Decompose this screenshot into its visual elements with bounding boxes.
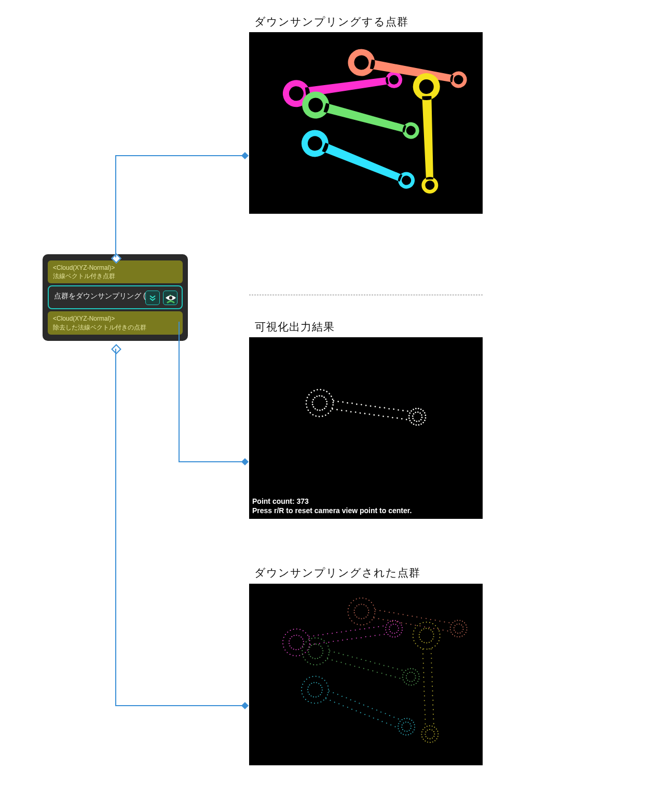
- svg-point-611: [437, 736, 439, 737]
- svg-point-657: [433, 719, 434, 720]
- svg-point-260: [361, 603, 362, 605]
- svg-point-654: [424, 709, 425, 710]
- svg-point-606: [432, 725, 433, 726]
- svg-point-33: [315, 408, 316, 409]
- svg-point-150: [293, 635, 294, 636]
- svg-point-579: [421, 641, 422, 642]
- svg-point-548: [390, 724, 392, 726]
- svg-point-88: [355, 411, 357, 413]
- svg-point-376: [417, 681, 419, 682]
- svg-point-294: [459, 623, 460, 625]
- svg-point-210: [361, 637, 362, 638]
- svg-point-473: [308, 694, 310, 695]
- svg-point-466: [327, 692, 329, 693]
- svg-point-593: [431, 640, 432, 641]
- svg-point-20: [320, 389, 321, 390]
- svg-point-570: [439, 634, 440, 635]
- svg-point-412: [336, 660, 337, 662]
- svg-point-409: [334, 651, 335, 653]
- svg-point-255: [353, 612, 355, 614]
- svg-point-276: [450, 624, 452, 626]
- svg-point-319: [426, 618, 427, 620]
- svg-point-11: [307, 409, 309, 411]
- svg-point-168: [388, 622, 389, 623]
- svg-point-559: [413, 630, 414, 631]
- svg-point-303: [389, 612, 390, 613]
- svg-point-241: [365, 598, 367, 600]
- svg-point-549: [398, 718, 399, 720]
- svg-point-583: [419, 631, 420, 632]
- svg-point-588: [430, 629, 431, 630]
- output-viewer[interactable]: [249, 584, 483, 765]
- svg-point-237: [353, 600, 354, 601]
- output-port-connector[interactable]: [111, 344, 121, 354]
- svg-point-192: [319, 643, 320, 644]
- svg-point-441: [327, 694, 329, 696]
- svg-point-621: [429, 729, 430, 730]
- svg-point-181: [389, 629, 390, 630]
- svg-point-224: [369, 622, 371, 623]
- svg-point-369: [313, 644, 315, 645]
- visualized-viewer[interactable]: Point count: 373 Press r/R to reset came…: [249, 337, 483, 519]
- svg-point-43: [325, 398, 326, 400]
- svg-point-290: [454, 629, 455, 631]
- svg-point-637: [431, 672, 432, 673]
- svg-point-617: [426, 736, 427, 737]
- svg-point-239: [359, 597, 361, 599]
- svg-point-283: [466, 624, 467, 626]
- svg-point-171: [395, 620, 396, 621]
- svg-point-302: [382, 619, 384, 621]
- svg-point-540: [373, 717, 374, 719]
- svg-point-28: [325, 406, 327, 407]
- visualize-button[interactable]: [165, 294, 176, 305]
- svg-point-526: [343, 705, 344, 707]
- svg-point-499: [406, 718, 408, 719]
- svg-point-528: [347, 707, 348, 708]
- svg-point-498: [404, 718, 405, 720]
- svg-point-402: [407, 673, 408, 675]
- svg-point-398: [409, 681, 411, 682]
- svg-point-646: [423, 691, 425, 692]
- svg-point-599: [421, 736, 422, 737]
- svg-point-286: [461, 631, 463, 632]
- output-port[interactable]: <Cloud(XYZ-Normal)> 除去した法線ベクトル付きの点群: [48, 311, 183, 334]
- svg-point-51: [413, 423, 414, 425]
- svg-point-157: [401, 632, 402, 633]
- svg-point-471: [313, 696, 315, 698]
- svg-point-86: [350, 411, 352, 412]
- expand-button[interactable]: [145, 291, 160, 305]
- svg-point-401: [406, 675, 407, 677]
- svg-point-592: [432, 638, 433, 639]
- svg-point-90: [359, 412, 361, 414]
- svg-point-214: [370, 636, 371, 637]
- svg-point-590: [433, 634, 434, 635]
- svg-point-405: [414, 673, 415, 675]
- svg-point-40: [319, 395, 320, 396]
- svg-point-280: [459, 620, 461, 621]
- svg-point-271: [454, 635, 456, 637]
- svg-point-448: [307, 700, 309, 702]
- svg-point-320: [424, 626, 426, 628]
- svg-point-305: [393, 612, 395, 614]
- svg-point-163: [387, 634, 388, 635]
- svg-point-506: [408, 730, 410, 731]
- svg-point-613: [434, 740, 435, 741]
- svg-point-372: [320, 645, 322, 647]
- svg-point-213: [368, 627, 370, 628]
- svg-point-289: [455, 631, 456, 633]
- input-port[interactable]: <Cloud(XYZ-Normal)> 法線ベクトル付き点群: [48, 260, 183, 283]
- svg-point-365: [308, 651, 309, 653]
- svg-point-392: [417, 671, 418, 672]
- svg-point-640: [423, 677, 424, 678]
- svg-point-389: [410, 668, 412, 669]
- input-viewer[interactable]: [249, 32, 483, 214]
- step-node[interactable]: <Cloud(XYZ-Normal)> 法線ベクトル付き点群 点群をダウンサンプ…: [43, 254, 188, 341]
- svg-point-5: [325, 415, 326, 416]
- svg-point-114: [307, 650, 308, 651]
- node-body[interactable]: 点群をダウンサンプリング (1): [48, 285, 183, 309]
- svg-point-22: [326, 391, 327, 392]
- svg-point-508: [404, 731, 405, 732]
- svg-point-89: [361, 404, 362, 405]
- svg-point-618: [425, 734, 426, 735]
- svg-point-152: [298, 635, 299, 636]
